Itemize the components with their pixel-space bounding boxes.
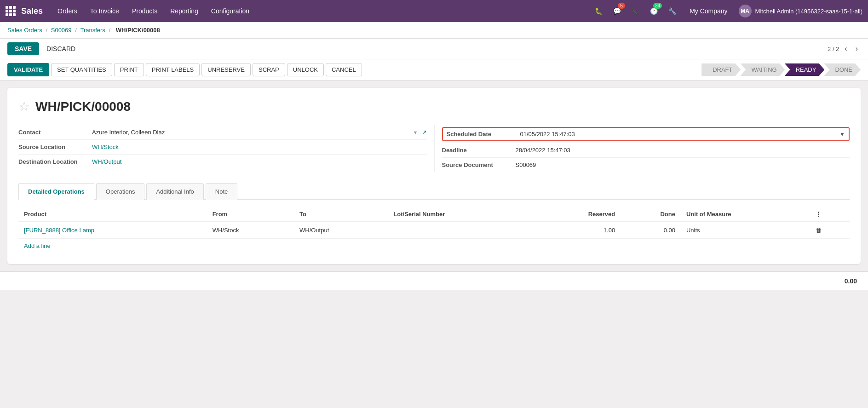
deadline-value: 28/04/2022 15:47:03 xyxy=(516,147,850,154)
avatar: MA xyxy=(739,5,752,17)
save-button[interactable]: SAVE xyxy=(7,42,39,55)
destination-location-label: Destination Location xyxy=(18,158,92,165)
contact-dropdown-arrow[interactable]: ▼ xyxy=(413,130,418,135)
scheduled-date-label: Scheduled Date xyxy=(447,131,520,138)
phone-icon[interactable]: 📞 xyxy=(629,5,642,17)
col-from: From xyxy=(207,207,294,222)
deadline-field: Deadline 28/04/2022 15:47:03 xyxy=(442,143,850,158)
status-done: DONE xyxy=(824,63,861,76)
add-line-button[interactable]: Add a line xyxy=(18,239,56,253)
row-unit: Units xyxy=(681,222,810,239)
scheduled-date-field: Scheduled Date 01/05/2022 15:47:03 ▼ xyxy=(442,127,850,141)
tab-note[interactable]: Note xyxy=(206,183,237,200)
form-fields: Contact Azure Interior, Colleen Diaz ▼ ↗… xyxy=(18,125,850,172)
source-location-value[interactable]: WH/Stock xyxy=(92,144,427,150)
col-product: Product xyxy=(18,207,207,222)
status-bar: DRAFT WAITING READY DONE xyxy=(701,63,861,76)
total-value: 0.00 xyxy=(845,277,857,285)
print-labels-button[interactable]: PRINT LABELS xyxy=(146,63,200,76)
contact-label: Contact xyxy=(18,129,92,136)
tab-operations[interactable]: Operations xyxy=(96,183,145,200)
col-reserved: Reserved xyxy=(533,207,621,222)
top-navigation: Sales Orders To Invoice Products Reporti… xyxy=(0,0,868,22)
breadcrumb-sep-1: / xyxy=(46,27,49,34)
unlock-button[interactable]: UNLOCK xyxy=(287,63,324,76)
form-right: Scheduled Date 01/05/2022 15:47:03 ▼ Dea… xyxy=(434,125,850,172)
row-product[interactable]: [FURN_8888] Office Lamp xyxy=(18,222,207,239)
brand-label: Sales xyxy=(21,6,43,16)
deadline-label: Deadline xyxy=(442,147,516,154)
tabs: Detailed Operations Operations Additiona… xyxy=(18,183,850,200)
breadcrumb: Sales Orders / S00069 / Transfers / WH/P… xyxy=(0,22,868,39)
nav-orders[interactable]: Orders xyxy=(52,5,83,17)
form-card: ☆ WH/PICK/00008 Contact Azure Interior, … xyxy=(7,88,861,264)
validate-button[interactable]: VALIDATE xyxy=(7,63,49,76)
col-lot-serial: Lot/Serial Number xyxy=(388,207,533,222)
action-bar: SAVE DISCARD 2 / 2 ‹ › xyxy=(0,39,868,59)
row-delete-icon[interactable]: 🗑 xyxy=(810,222,850,239)
user-section[interactable]: MA Mitchell Admin (14956322-saas-15-1-al… xyxy=(739,5,862,17)
table-options-icon[interactable]: ⋮ xyxy=(810,207,850,222)
clock-badge: 34 xyxy=(653,3,662,9)
discard-button[interactable]: DISCARD xyxy=(43,42,79,55)
nav-products[interactable]: Products xyxy=(126,5,163,17)
unreserve-button[interactable]: UNRESERVE xyxy=(201,63,251,76)
source-document-label: Source Document xyxy=(442,161,516,168)
contact-field: Contact Azure Interior, Colleen Diaz ▼ ↗ xyxy=(18,125,427,140)
set-quantities-button[interactable]: SET QUANTITIES xyxy=(51,63,112,76)
status-ready: READY xyxy=(785,63,825,76)
row-lot-serial xyxy=(388,222,533,239)
app-brand[interactable]: Sales xyxy=(6,6,43,16)
bug-icon[interactable]: 🐛 xyxy=(592,5,605,17)
wrench-icon[interactable]: 🔧 xyxy=(666,5,678,17)
source-location-label: Source Location xyxy=(18,144,92,150)
breadcrumb-sales-orders[interactable]: Sales Orders xyxy=(7,27,42,34)
row-done: 0.00 xyxy=(621,222,681,239)
table-row: [FURN_8888] Office Lamp WH/Stock WH/Outp… xyxy=(18,222,850,239)
breadcrumb-current: WH/PICK/00008 xyxy=(116,27,160,34)
form-header: ☆ WH/PICK/00008 xyxy=(18,99,850,114)
breadcrumb-s00069[interactable]: S00069 xyxy=(51,27,72,34)
nav-to-invoice[interactable]: To Invoice xyxy=(85,5,125,17)
row-from: WH/Stock xyxy=(207,222,294,239)
col-unit-of-measure: Unit of Measure xyxy=(681,207,810,222)
pagination-info: 2 / 2 xyxy=(828,46,839,52)
scheduled-date-value-wrapper: 01/05/2022 15:47:03 ▼ xyxy=(520,131,845,138)
pagination: 2 / 2 ‹ › xyxy=(828,44,861,54)
contact-value[interactable]: Azure Interior, Colleen Diaz xyxy=(92,129,411,136)
print-button[interactable]: PRINT xyxy=(114,63,144,76)
nav-icons: 🐛 💬 5 📞 🕐 34 🔧 My Company MA Mitchell Ad… xyxy=(592,5,862,17)
scrap-button[interactable]: SCRAP xyxy=(253,63,285,76)
breadcrumb-sep-3: / xyxy=(109,27,112,34)
nav-configuration[interactable]: Configuration xyxy=(206,5,255,17)
chat-badge: 5 xyxy=(618,3,625,9)
scheduled-date-dropdown-icon[interactable]: ▼ xyxy=(839,131,845,138)
source-document-field: Source Document S00069 xyxy=(442,158,850,172)
scheduled-date-value[interactable]: 01/05/2022 15:47:03 xyxy=(520,131,838,138)
col-to: To xyxy=(294,207,388,222)
company-label[interactable]: My Company xyxy=(684,5,733,17)
source-location-field: Source Location WH/Stock xyxy=(18,140,427,155)
status-draft: DRAFT xyxy=(701,63,741,76)
main-content: ☆ WH/PICK/00008 Contact Azure Interior, … xyxy=(0,80,868,271)
operations-table: Product From To Lot/Serial Number Reserv… xyxy=(18,207,850,239)
chat-icon[interactable]: 💬 5 xyxy=(610,5,623,17)
favorite-icon[interactable]: ☆ xyxy=(18,99,30,114)
nav-reporting[interactable]: Reporting xyxy=(165,5,204,17)
cancel-button[interactable]: CANCEL xyxy=(326,63,362,76)
grid-icon xyxy=(6,6,16,16)
breadcrumb-transfers[interactable]: Transfers xyxy=(80,27,105,34)
clock-icon[interactable]: 🕐 34 xyxy=(647,5,660,17)
contact-external-link-icon[interactable]: ↗ xyxy=(422,129,427,136)
tab-detailed-operations[interactable]: Detailed Operations xyxy=(18,183,94,200)
user-name: Mitchell Admin (14956322-saas-15-1-all) xyxy=(755,8,862,15)
row-reserved: 1.00 xyxy=(533,222,621,239)
breadcrumb-sep-2: / xyxy=(75,27,78,34)
contact-value-wrapper: Azure Interior, Colleen Diaz ▼ ↗ xyxy=(92,129,427,136)
pagination-next[interactable]: › xyxy=(853,44,861,54)
form-left: Contact Azure Interior, Colleen Diaz ▼ ↗… xyxy=(18,125,434,172)
destination-location-value[interactable]: WH/Output xyxy=(92,158,427,165)
pagination-prev[interactable]: ‹ xyxy=(842,44,850,54)
col-done: Done xyxy=(621,207,681,222)
tab-additional-info[interactable]: Additional Info xyxy=(146,183,203,200)
